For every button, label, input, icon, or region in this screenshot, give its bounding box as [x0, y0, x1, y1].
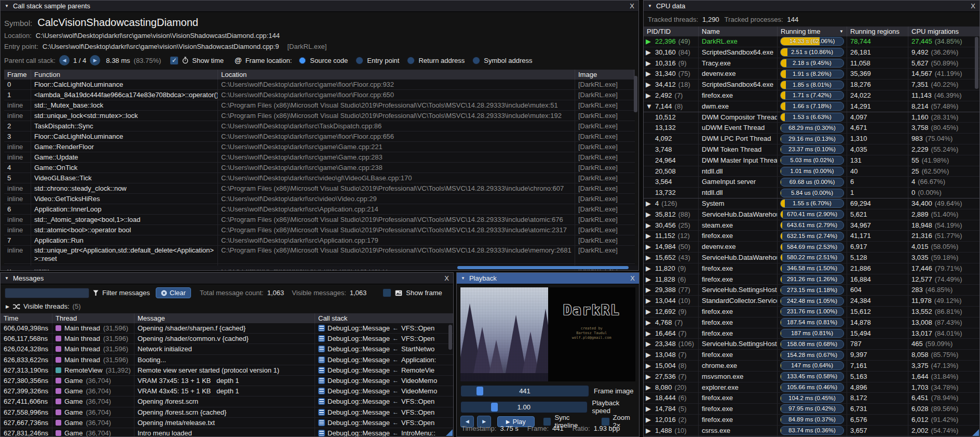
expand-row-icon[interactable]: ▶ [644, 263, 654, 274]
expand-row-icon[interactable]: ▶ [644, 198, 654, 209]
expand-row-icon[interactable]: ▶ [644, 393, 654, 403]
cpu-process-row[interactable]: ▶2,492(7)firefox.exe1.71 s (7.42%)24,022… [644, 90, 979, 101]
expand-row-icon[interactable]: ▶ [644, 307, 654, 317]
callstack-row[interactable]: 4Game::OnTickC:\Users\wolf\Desktop\darkr… [4, 163, 635, 173]
radio-source-code[interactable] [298, 57, 306, 64]
cpu-process-row[interactable]: ▶30,456(25)steam.exe643.61 ms (2.79%)34,… [644, 220, 979, 231]
callstack-row[interactable]: inlineGame::RenderFloorC:\Users\wolf\Des… [4, 142, 635, 152]
cpu-thread-row[interactable]: 13,132uDWM Event Thread68.29 ms (0.30%)4… [644, 123, 979, 134]
cpu-process-row[interactable]: ▶12,016(2)firefox.exe84.89 ms (0.37%)6,5… [644, 415, 979, 426]
message-row[interactable]: 627,399,326nsGame(36,704)VRAM 43x45: 15 … [1, 386, 453, 396]
callstack-cell[interactable]: DebugLog::Message←VFS::Open [315, 334, 446, 343]
cpu-thread-row[interactable]: 4,092DWM LPC Port Thread29.16 ms (0.13%)… [644, 134, 979, 144]
expand-row-icon[interactable]: ▶ [644, 328, 654, 339]
close-icon[interactable]: X [630, 2, 634, 10]
callstack-list-icon[interactable] [318, 356, 325, 363]
expand-row-icon[interactable]: ▶ [644, 317, 654, 328]
expand-row-icon[interactable]: ▶ [644, 426, 654, 436]
message-row[interactable]: 627,380,356nsGame(36,704)VRAM 37x45: 13 … [1, 376, 453, 386]
callstack-row[interactable]: 7Application::RunC:\Users\wolf\Desktop\d… [4, 235, 635, 246]
expand-row-icon[interactable]: ▶ [644, 296, 654, 306]
radio-return-address-label[interactable]: Return address [418, 57, 465, 64]
col-function[interactable]: Function [31, 70, 218, 80]
radio-symbol-address[interactable] [472, 57, 480, 64]
show-frame-checkbox[interactable]: ✓ [383, 288, 391, 297]
show-time-checkbox[interactable]: ✓ [170, 56, 179, 65]
radio-return-address[interactable] [407, 57, 415, 64]
callstack-cell[interactable]: DebugLog::Message←VFS::Open [315, 323, 446, 333]
expand-row-icon[interactable]: ▶ [644, 253, 654, 263]
callstack-cell[interactable]: DebugLog::Message←VFS::Open [315, 396, 446, 406]
cpu-thread-row[interactable]: 20,508ntdll.dll1.01 ms (0.00%)4025(62.50… [644, 166, 979, 177]
callstack-row[interactable]: 1<lambda_84a19dc444fae966ca174e83e708bdc… [4, 90, 635, 100]
callstack-hscroll-track[interactable] [1, 266, 638, 270]
callstack-row[interactable]: inlineVideo::GetTicksHiResC:\Users\wolf\… [4, 194, 635, 204]
collapse-icon[interactable]: ▼ [461, 276, 465, 281]
callstack-titlebar[interactable]: ▼ Call stack sample parents X [1, 1, 638, 12]
callstack-cell[interactable]: DebugLog::Message←IntroMenu:: [315, 428, 446, 437]
callstack-cell[interactable]: DebugLog::Message←VideoMemo [315, 376, 446, 386]
callstack-vertical-scrollbar[interactable] [634, 76, 637, 112]
callstack-cell[interactable]: DebugLog::Message←RemoteVie [315, 365, 446, 375]
callstack-list-icon[interactable] [318, 388, 325, 394]
message-row[interactable]: 627,831,246nsGame(36,704)Intro menu load… [1, 428, 453, 437]
expand-row-icon[interactable]: ▶ [644, 220, 654, 231]
message-row[interactable]: 627,313,190nsRemoteView(31,392)Remote vi… [1, 365, 453, 376]
cpu-process-row[interactable]: ▶29,388(77)ServiceHub.SettingsHost273.15… [644, 285, 979, 296]
callstack-row[interactable]: 5VideoGLBase::TickC:\Users\wolf\Desktop\… [4, 173, 635, 183]
message-row[interactable]: 627,558,996nsGame(36,704)Opening /forest… [1, 407, 453, 418]
cpu-thread-row[interactable]: 13,732ntdll.dll5.84 us (0.00%)10(0.00%) [644, 188, 979, 198]
message-row[interactable]: 627,667,736nsGame(36,704)Opening /meta/r… [1, 418, 453, 428]
cpu-process-row[interactable]: ▶13,048(7)firefox.exe154.28 ms (0.67%)9,… [644, 350, 979, 361]
expand-row-icon[interactable]: ▶ [644, 58, 654, 69]
cpu-thread-row[interactable]: 3,564GameInput server69.68 us (0.00%)64(… [644, 177, 979, 188]
cpu-thread-row[interactable]: 3,748DWM Token Thread23.37 ms (0.10%)4,0… [644, 144, 979, 155]
cpu-process-row[interactable]: ▶13,044(10)StandardCollector.Service242.… [644, 296, 979, 307]
callstack-cell[interactable]: DebugLog::Message←VideoMemo [315, 386, 446, 396]
callstack-row[interactable]: inlinestd::atomic<bool>::operator boolC:… [4, 225, 635, 235]
next-callstack-button[interactable]: ▶ [90, 55, 100, 65]
expand-row-icon[interactable]: ▶ [644, 382, 654, 393]
expand-row-icon[interactable]: ▶ [644, 372, 654, 382]
col-thread[interactable]: Thread [52, 313, 134, 323]
callstack-row[interactable]: inlineGame::UpdateC:\Users\wolf\Desktop\… [4, 152, 635, 163]
callstack-row[interactable]: inlinestd::chrono::steady_clock::nowC:\P… [4, 183, 635, 194]
callstack-row[interactable]: inlinestd::_Atomic_storage<bool,1>::load… [4, 215, 635, 225]
cpu-process-row[interactable]: ▶14,984(50)devenv.exe584.69 ms (2.53%)6,… [644, 242, 979, 253]
cpu-titlebar[interactable]: ▼ CPU data X [644, 1, 979, 12]
collapse-icon[interactable]: ▼ [648, 4, 652, 8]
callstack-list-icon[interactable] [318, 325, 325, 332]
callstack-list-icon[interactable] [318, 430, 325, 436]
cpu-process-row[interactable]: ▶11,820(9)firefox.exe346.58 ms (1.50%)21… [644, 263, 979, 274]
callstack-list-icon[interactable] [318, 419, 325, 426]
cpu-process-row[interactable]: ▶11,152(12)firefox.exe632.15 ms (2.74%)4… [644, 231, 979, 242]
callstack-row[interactable]: 3Floor::CalcLightNoLuminanceC:\Users\wol… [4, 131, 635, 142]
callstack-list-icon[interactable] [318, 346, 325, 352]
callstack-list-icon[interactable] [318, 377, 325, 384]
cpu-process-row[interactable]: ▶22,396(49)DarkRL.exe14.33 s (62.06%)78,… [644, 36, 979, 47]
col-name[interactable]: Name [699, 27, 778, 36]
message-row[interactable]: 626,833,622nsMain thread(31,596)Booting.… [1, 355, 453, 365]
prev-callstack-button[interactable]: ◀ [59, 55, 70, 65]
cpu-process-row[interactable]: ▶15,004(8)chrome.exe147 ms (0.64%)7,1613… [644, 361, 979, 372]
message-row[interactable]: 606,049,398nsMain thread(31,596)Opening … [1, 323, 453, 334]
cpu-process-row[interactable]: ▶16,464(7)firefox.exe187 ms (0.81%)15,49… [644, 328, 979, 339]
cpu-process-row[interactable]: ▶1,488(10)csrss.exe83.74 ms (0.36%)3,657… [644, 426, 979, 436]
cpu-thread-row[interactable]: 24,964DWM Master Input Thread5.03 ms (0.… [644, 155, 979, 166]
expand-row-icon[interactable]: ▶ [644, 36, 654, 47]
close-icon[interactable]: X [444, 274, 449, 282]
col-message[interactable]: Message [134, 313, 315, 323]
radio-source-code-label[interactable]: Source code [310, 57, 348, 64]
messages-vertical-scrollbar[interactable] [448, 325, 452, 350]
cpu-process-row[interactable]: ▼7,144(8)dwm.exe1.66 s (7.18%)14,2918,21… [644, 101, 979, 112]
col-cpu-migrations[interactable]: CPU migrations [908, 27, 975, 36]
collapse-icon[interactable]: ▼ [5, 276, 9, 281]
callstack-list-icon[interactable] [318, 398, 325, 405]
visible-threads-label[interactable]: Visible threads: [23, 302, 70, 310]
callstack-row[interactable]: 6Application::InnerLoopC:\Users\wolf\Des… [4, 204, 635, 215]
expand-row-icon[interactable]: ▶ [644, 415, 654, 425]
expand-row-icon[interactable]: ▶ [644, 285, 654, 295]
frame-image-slider[interactable]: 441 [460, 385, 589, 397]
messages-titlebar[interactable]: ▼ Messages X [1, 273, 453, 284]
col-image[interactable]: Image [575, 70, 634, 80]
